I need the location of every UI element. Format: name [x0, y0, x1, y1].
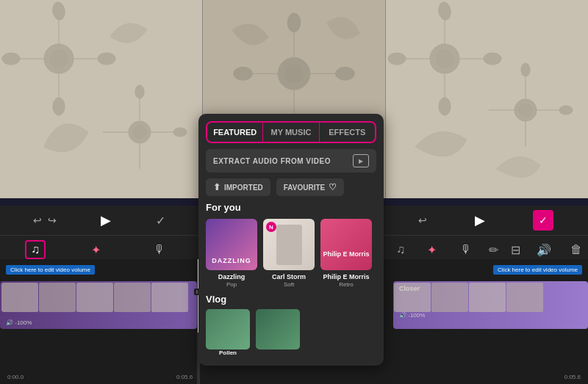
music-panel: FEATURED MY MUSIC EFFECTS EXTRACT AUDIO …	[198, 114, 384, 366]
svg-point-19	[284, 64, 304, 83]
svg-point-39	[519, 104, 532, 117]
play-button-right[interactable]: ▶	[475, 212, 485, 228]
undo-btn[interactable]: ↩	[33, 214, 42, 226]
filter-row: ⬆ IMPORTED FAVOURITE ♡	[206, 178, 376, 196]
vlog-thumb-pollen	[206, 309, 250, 349]
svg-point-16	[135, 85, 144, 98]
for-you-title: For you	[206, 202, 376, 213]
vlog-cards: Pollen	[206, 309, 376, 357]
music-card-dazzling[interactable]: DAZZLING Dazzling Pop	[206, 219, 257, 288]
video-preview-right	[386, 0, 588, 198]
play-button-left[interactable]: ▶	[101, 212, 111, 228]
svg-point-7	[98, 53, 115, 65]
edit-volume-notice-left[interactable]: Click here to edit video volume	[6, 265, 95, 275]
timecode-right: 0:05.6	[564, 374, 581, 380]
extract-audio-icon[interactable]	[353, 154, 369, 167]
checkmark-left[interactable]: ✓	[156, 214, 165, 228]
track-volume-left: 🔊 -100%	[6, 319, 191, 326]
svg-point-44	[521, 63, 530, 76]
imported-btn[interactable]: ⬆ IMPORTED	[206, 178, 270, 196]
redo-btn[interactable]: ↪	[48, 214, 57, 226]
timecode-left: 0:00.0	[7, 374, 24, 380]
dazzling-card-title: DAZZLING	[206, 257, 257, 264]
tab-effects[interactable]: EFFECTS	[320, 123, 375, 142]
music-cards: DAZZLING Dazzling Pop N Carl Storm Soft …	[206, 219, 376, 288]
vlog-thumb-2	[256, 309, 300, 349]
vlog-name-pollen: Pollen	[206, 349, 250, 356]
timecode-mid: 0:05.6	[176, 374, 193, 380]
carlstorm-name: Carl Storm	[263, 273, 315, 280]
svg-point-45	[559, 106, 573, 115]
track-thumbnails-right	[394, 283, 587, 312]
undo-btn-right[interactable]: ↩	[418, 214, 427, 226]
tab-group: FEATURED MY MUSIC EFFECTS	[206, 121, 376, 143]
edit-volume-notice-right[interactable]: Click here to edit video volume	[493, 265, 582, 275]
svg-point-8	[2, 53, 20, 65]
dazzling-genre: Pop	[206, 281, 257, 288]
svg-point-26	[234, 67, 253, 80]
video-preview-left	[0, 0, 202, 198]
philip-name: Philip E Morris	[320, 273, 372, 280]
track-volume-right: 🔊 -100%	[399, 312, 425, 319]
svg-point-9	[53, 98, 65, 115]
svg-point-34	[437, 1, 452, 21]
dazzling-name: Dazzling	[206, 273, 257, 280]
vlog-card-pollen[interactable]: Pollen	[206, 309, 250, 357]
undo-redo-group: ↩ ↪	[33, 214, 57, 226]
svg-point-11	[133, 126, 146, 139]
svg-point-24	[287, 13, 301, 32]
tab-featured[interactable]: FEATURED	[207, 123, 262, 142]
carlstorm-genre: Soft	[263, 281, 315, 288]
track-thumbnails-left	[1, 283, 196, 312]
heart-icon: ♡	[329, 182, 337, 192]
svg-point-37	[439, 98, 451, 115]
carlstorm-figure	[276, 225, 302, 265]
philip-genre: Retro	[320, 281, 372, 288]
svg-point-35	[484, 53, 501, 65]
svg-point-25	[336, 67, 355, 80]
svg-point-1	[50, 50, 68, 68]
tab-my-music[interactable]: MY MUSIC	[263, 123, 318, 142]
new-badge: N	[266, 222, 276, 232]
extract-audio-label: EXTRACT AUDIO FROM VIDEO	[213, 157, 331, 165]
music-card-philip[interactable]: Philip E Morris Philip E Morris Retro	[320, 219, 372, 288]
extract-audio-row[interactable]: EXTRACT AUDIO FROM VIDEO	[206, 149, 376, 173]
confirm-button[interactable]: ✓	[533, 210, 553, 231]
svg-point-17	[173, 128, 187, 137]
vlog-card-2[interactable]	[256, 309, 300, 357]
svg-point-36	[388, 53, 406, 65]
svg-point-29	[436, 50, 453, 68]
vlog-title: Vlog	[206, 294, 376, 305]
import-icon: ⬆	[213, 182, 220, 192]
favourite-btn[interactable]: FAVOURITE ♡	[276, 178, 344, 196]
music-card-carlstorm[interactable]: N Carl Storm Soft	[263, 219, 315, 288]
philip-card-title: Philip E Morris	[323, 232, 369, 258]
svg-point-6	[51, 1, 66, 21]
